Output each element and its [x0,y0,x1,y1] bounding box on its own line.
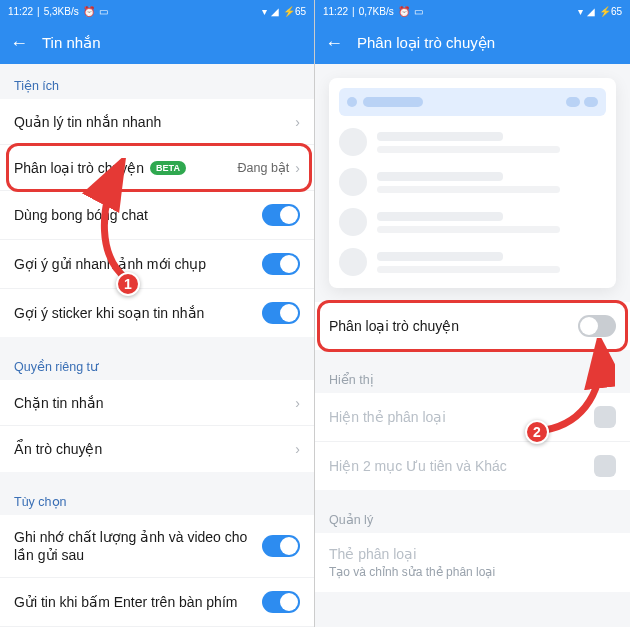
chevron-right-icon: › [295,114,300,130]
app-header: ← Phân loại trò chuyện [315,22,630,64]
wifi-icon: ▾ [262,6,267,17]
header-title: Phân loại trò chuyện [357,34,495,52]
status-bar: 11:22 | 5,3KB/s ⏰ ▭ ▾ ◢ ⚡65 [0,0,314,22]
back-icon[interactable]: ← [325,33,343,54]
row-label: Thẻ phân loại [329,546,416,562]
row-enter-send[interactable]: Gửi tin khi bấm Enter trên bàn phím [0,578,314,627]
row-remember-quality[interactable]: Ghi nhớ chất lượng ảnh và video cho lần … [0,515,314,578]
row-hide-chat[interactable]: Ẩn trò chuyện › [0,426,314,472]
status-time: 11:22 [323,6,348,17]
phone-left-screen: 11:22 | 5,3KB/s ⏰ ▭ ▾ ◢ ⚡65 ← Tin nhắn T… [0,0,315,627]
app-icon: ▭ [99,6,108,17]
header-title: Tin nhắn [42,34,100,52]
signal-icon: ◢ [587,6,595,17]
section-manage-title: Quản lý [315,498,630,533]
row-label: Quản lý tin nhắn nhanh [14,114,295,130]
row-show-priority-other: Hiện 2 mục Ưu tiên và Khác [315,442,630,490]
app-icon: ▭ [414,6,423,17]
row-status: Đang bật [238,160,290,175]
row-label: Ghi nhớ chất lượng ảnh và video cho lần … [14,528,262,564]
battery-icon: ⚡65 [599,6,622,17]
chevron-right-icon: › [295,160,300,176]
row-bubble-chat[interactable]: Dùng bong bóng chat [0,191,314,240]
tutorial-callout-2: 2 [525,420,549,444]
toggle-enter-send[interactable] [262,591,300,613]
row-suggest-photo[interactable]: Gợi ý gửi nhanh ảnh mới chụp [0,240,314,289]
chevron-right-icon: › [295,395,300,411]
row-label: Phân loại trò chuyện [329,318,578,334]
row-sublabel: Tạo và chỉnh sửa thẻ phân loại [329,565,495,579]
toggle-suggest-sticker[interactable] [262,302,300,324]
tutorial-arrow-1 [78,158,150,288]
wifi-icon: ▾ [578,6,583,17]
toggle-bubble[interactable] [262,204,300,226]
row-label: Hiện 2 mục Ưu tiên và Khác [329,458,594,474]
row-block-messages[interactable]: Chặn tin nhắn › [0,380,314,426]
toggle-remember-quality[interactable] [262,535,300,557]
beta-badge: BETA [150,161,186,175]
row-suggest-sticker[interactable]: Gợi ý sticker khi soạn tin nhắn [0,289,314,337]
section-utilities-title: Tiện ích [0,64,314,99]
alarm-icon: ⏰ [83,6,95,17]
status-time: 11:22 [8,6,33,17]
back-icon[interactable]: ← [10,33,28,54]
row-classify-chat[interactable]: Phân loại trò chuyện BETA Đang bật › [0,145,314,191]
phone-right-screen: 11:22 | 0,7KB/s ⏰ ▭ ▾ ◢ ⚡65 ← Phân loại … [315,0,630,627]
status-bar: 11:22 | 0,7KB/s ⏰ ▭ ▾ ◢ ⚡65 [315,0,630,22]
status-speed: 5,3KB/s [44,6,79,17]
row-label: Ẩn trò chuyện [14,441,295,457]
battery-icon: ⚡65 [283,6,306,17]
row-manage-tags: Thẻ phân loại Tạo và chỉnh sửa thẻ phân … [315,533,630,592]
status-speed: 0,7KB/s [359,6,394,17]
row-label: Chặn tin nhắn [14,395,295,411]
row-label: Gợi ý sticker khi soạn tin nhắn [14,305,262,321]
signal-icon: ◢ [271,6,279,17]
section-options-title: Tùy chọn [0,480,314,515]
chevron-right-icon: › [295,441,300,457]
row-label: Gửi tin khi bấm Enter trên bàn phím [14,594,262,610]
alarm-icon: ⏰ [398,6,410,17]
tutorial-callout-1: 1 [116,272,140,296]
checkbox-show-two [594,455,616,477]
classification-preview [329,78,616,288]
row-quick-messages[interactable]: Quản lý tin nhắn nhanh › [0,99,314,145]
toggle-suggest-photo[interactable] [262,253,300,275]
app-header: ← Tin nhắn [0,22,314,64]
toggle-classify-chat[interactable] [578,315,616,337]
section-privacy-title: Quyền riêng tư [0,345,314,380]
